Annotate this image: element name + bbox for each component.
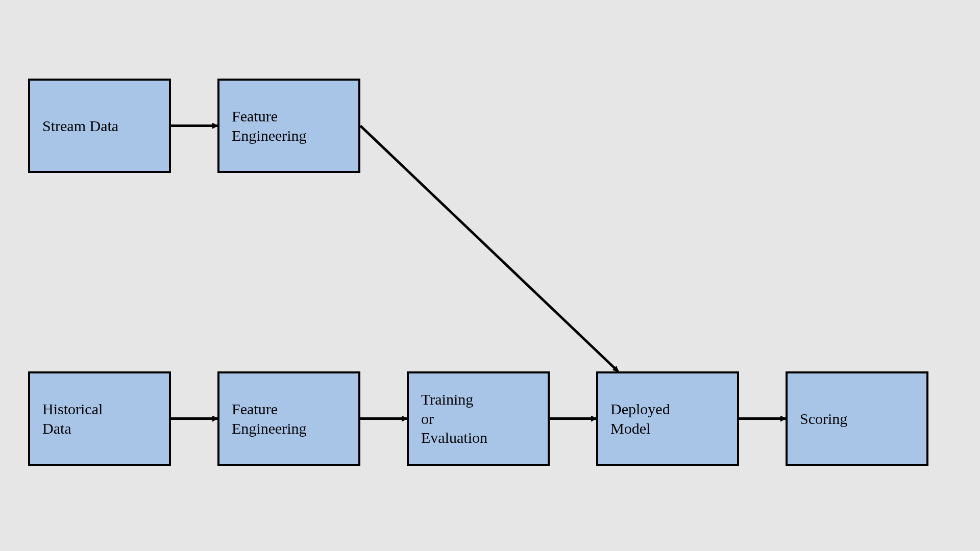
node-feature-engineering-top: FeatureEngineering [217,79,360,173]
node-scoring: Scoring [786,371,928,466]
node-stream-data: Stream Data [28,79,171,173]
node-label: FeatureEngineering [232,107,307,145]
node-label: TrainingorEvaluation [421,390,487,447]
node-label: Stream Data [42,116,118,136]
node-feature-engineering-bottom: FeatureEngineering [217,371,360,466]
edge-feat_eng_top-to-deployed_model [360,126,618,372]
node-label: HistoricalData [42,399,103,438]
node-deployed-model: DeployedModel [596,371,739,466]
node-training-or-evaluation: TrainingorEvaluation [407,371,550,466]
node-label: FeatureEngineering [232,399,307,438]
node-label: Scoring [800,409,847,429]
node-historical-data: HistoricalData [28,371,171,466]
node-label: DeployedModel [610,399,670,438]
diagram-canvas: Stream Data FeatureEngineering Historica… [0,0,980,551]
